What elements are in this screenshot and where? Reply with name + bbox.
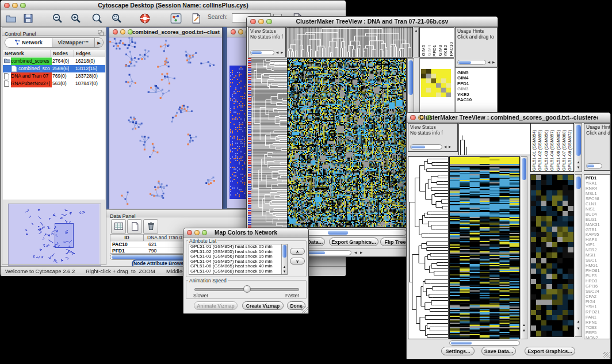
list-item[interactable]: GPL51-07 (GSM868) <box>561 130 567 171</box>
settings-button[interactable]: Settings... <box>441 347 475 355</box>
move-down-button[interactable]: ∨ <box>290 258 305 265</box>
network-overview-panel[interactable] <box>8 204 101 266</box>
new-network-view-icon[interactable] <box>170 13 182 24</box>
tab-vizmapper[interactable]: VizMapper™ <box>52 38 94 47</box>
scrollbar-thumb[interactable] <box>411 145 425 148</box>
list-item[interactable]: MON2 <box>586 336 600 339</box>
list-vscrollbar[interactable]: ▲ ▼ <box>281 244 287 274</box>
scroll-right-icon[interactable]: ▶ <box>449 144 451 150</box>
scroll-up-icon[interactable]: ▲ <box>521 323 527 327</box>
list-item[interactable]: GIM5 <box>457 70 472 75</box>
scroll-up-icon[interactable]: ▲ <box>414 28 418 33</box>
scrollbar-thumb[interactable] <box>408 60 413 95</box>
list-item[interactable]: PFD1 <box>457 81 472 86</box>
row-dendrogram-canvas[interactable] <box>251 58 287 228</box>
list-item[interactable]: GPL51-02 (GSM855) <box>537 130 543 171</box>
scroll-right-icon[interactable]: ▶ <box>360 250 362 255</box>
network-row-1[interactable]: combined_scores 2764(0) 16218(0) <box>3 58 105 65</box>
close-button[interactable] <box>4 3 10 9</box>
similarity-matrix-canvas[interactable] <box>421 69 451 97</box>
scrollbar-thumb[interactable] <box>328 231 348 235</box>
scroll-left-icon[interactable]: ◀ <box>354 250 357 255</box>
save-icon[interactable] <box>22 13 34 24</box>
create-vizmap-button[interactable]: Create Vizmap <box>242 301 284 310</box>
global-heatmap-canvas[interactable] <box>288 59 406 227</box>
close-button[interactable] <box>113 29 118 35</box>
scrollbar-thumb[interactable] <box>451 342 472 344</box>
animate-vizmap-button[interactable]: Animate Vizmap <box>194 301 238 310</box>
usage-hints-scrollbar[interactable] <box>457 60 486 65</box>
attribute-items[interactable]: GPL51-01 (GSM854) heat shock 05 minGPL51… <box>189 244 287 274</box>
list-item[interactable]: GIM4 <box>457 75 472 81</box>
list-item[interactable]: GPL51-04 (GSM857) <box>549 130 555 171</box>
bottom-scrollbar[interactable] <box>302 250 351 255</box>
zoom-out-icon[interactable] <box>52 13 63 24</box>
scrollbar-thumb[interactable] <box>576 125 581 156</box>
list-item[interactable]: GIM3 <box>438 45 443 56</box>
scroll-left-icon[interactable]: ◀ <box>276 50 278 55</box>
main-title-bar[interactable]: Cytoscape Desktop (Session Name: collins… <box>1 1 346 11</box>
list-item[interactable]: GPL51-03 (GSM856) <box>544 130 549 171</box>
treeview1-title-bar[interactable]: ClusterMaker TreeView : DNA and Tran 07-… <box>247 17 498 27</box>
treeview2-title-bar[interactable]: ClusterMaker TreeView : combined_scores_… <box>407 113 610 123</box>
col-id[interactable]: ID <box>110 235 144 241</box>
speed-slider-thumb[interactable] <box>243 285 251 293</box>
export-graphics-button[interactable]: Export Graphics... <box>525 347 575 355</box>
scrollbar-thumb[interactable] <box>587 164 594 167</box>
zoom-in-icon[interactable] <box>70 13 82 24</box>
col-network[interactable]: Network <box>3 50 51 57</box>
close-button[interactable] <box>250 19 256 25</box>
view-status-scrollbar[interactable] <box>250 50 274 55</box>
export-graphics-button[interactable]: Export Graphics... <box>329 237 378 246</box>
scroll-right-icon[interactable]: ▶ <box>492 60 495 65</box>
cluster-heatmap-canvas[interactable] <box>450 157 519 339</box>
col-edges[interactable]: Edges <box>74 50 105 57</box>
attribute-listbox[interactable]: GPL51-01 (GSM854) heat shock 05 minGPL51… <box>189 244 288 275</box>
minimize-button[interactable] <box>120 29 125 35</box>
network-canvas[interactable] <box>109 37 222 209</box>
scroll-right-icon[interactable]: ▶ <box>281 50 283 55</box>
save-data-button[interactable]: Save Data... <box>481 347 516 355</box>
network-row-4[interactable]: RNAPuberNov2+| 563(0) 107847(0) <box>3 80 105 87</box>
close-button[interactable] <box>187 230 192 235</box>
row-dendrogram-canvas[interactable] <box>408 157 448 339</box>
scroll-left-icon[interactable]: ◀ <box>444 144 446 150</box>
scrollbar-thumb[interactable] <box>576 177 581 189</box>
col-nodes[interactable]: Nodes <box>51 50 74 57</box>
scroll-up-icon[interactable]: ▲ <box>575 160 582 164</box>
scroll-up-icon[interactable]: ▲ <box>575 319 582 324</box>
table-select-button[interactable] <box>111 219 126 234</box>
network-window-title-bar[interactable]: combined_scores_good.txt--cluste... <box>109 28 222 37</box>
gene-list[interactable]: GIM5GIM4PFD1GIM3YKE2PAC10 <box>457 70 472 102</box>
move-up-button[interactable]: ∧ <box>290 248 305 255</box>
gene-list-vscrollbar[interactable]: ▲ ▼ <box>575 174 582 337</box>
labels-vscrollbar[interactable]: ▲ ▼ <box>575 123 582 172</box>
list-item[interactable]: YKE2 <box>443 45 449 56</box>
scrollbar-thumb[interactable] <box>458 61 471 64</box>
zoom-fit-icon[interactable] <box>111 13 123 24</box>
list-item[interactable]: GIM5 <box>421 45 427 56</box>
scroll-left-icon[interactable]: ◀ <box>488 60 490 65</box>
list-item[interactable]: GPL51-08 (GSM872) <box>567 130 573 171</box>
scroll-down-icon[interactable]: ▼ <box>575 165 582 170</box>
column-dendrogram-canvas[interactable] <box>287 28 412 57</box>
list-item[interactable]: GIM3 <box>457 86 472 91</box>
heatmap-vscrollbar[interactable]: ▲ ▼ <box>521 156 527 339</box>
zoom-selected-icon[interactable] <box>91 13 103 24</box>
close-button[interactable] <box>410 115 416 121</box>
scroll-down-icon[interactable]: ▼ <box>282 269 287 274</box>
help-lifesaver-icon[interactable] <box>139 13 151 24</box>
column-dendrogram-canvas[interactable] <box>459 124 536 155</box>
gene-list[interactable]: PFD1YRA1RNR4MSL1SPC98CLN1NIS1BUD4ELG1MAK… <box>586 176 600 339</box>
annotation-icon[interactable] <box>190 13 202 24</box>
tab-network[interactable]: Network <box>5 38 52 47</box>
list-item[interactable]: YKE2 <box>457 92 472 97</box>
network-row-2-selected[interactable]: combined_sco 2569(6) 13112(15) <box>3 65 105 72</box>
scrollbar-thumb[interactable] <box>251 51 262 54</box>
delete-attribute-button[interactable] <box>143 219 158 234</box>
close-button[interactable] <box>231 29 236 35</box>
network-row-3[interactable]: DNA and Tran 07 769(0) 183728(0) <box>3 72 105 80</box>
heatmap-hscrollbar[interactable] <box>449 340 520 346</box>
list-item[interactable]: PAC10 <box>457 97 472 102</box>
new-attribute-button[interactable] <box>127 219 142 234</box>
